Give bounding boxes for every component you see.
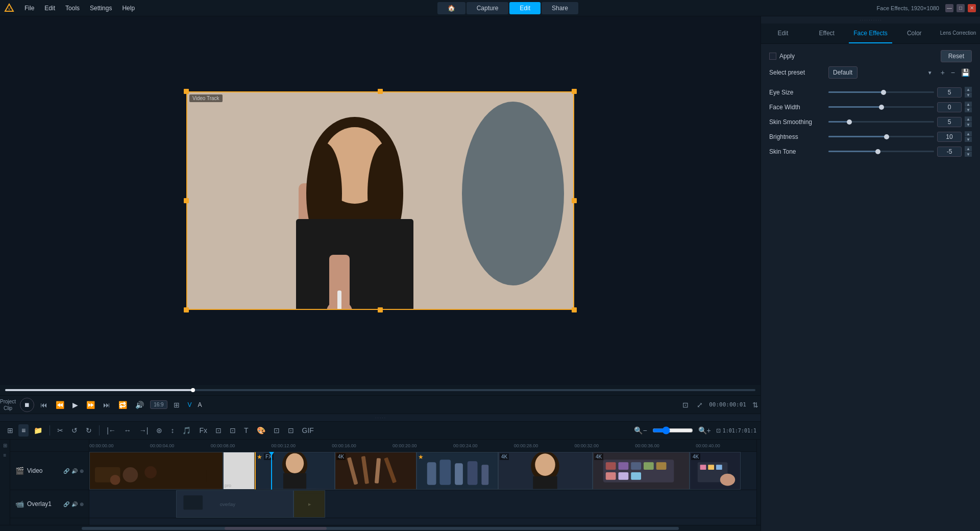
clip-brushes[interactable]: 4K bbox=[335, 452, 416, 490]
preset-remove-btn[interactable]: − bbox=[949, 67, 957, 78]
brightness-down[interactable]: ▼ bbox=[965, 137, 972, 142]
eye-size-track[interactable] bbox=[828, 91, 934, 93]
tool-redo-btn[interactable]: ↻ bbox=[83, 424, 95, 437]
brightness-slider-container[interactable] bbox=[828, 133, 934, 141]
tool-video-btn[interactable]: ⊞ bbox=[4, 424, 16, 437]
handle-bottom-mid[interactable] bbox=[378, 307, 383, 312]
overlay-track-row[interactable]: overlay ▶ bbox=[89, 490, 756, 518]
skin-smoothing-thumb[interactable] bbox=[847, 119, 852, 125]
skin-smoothing-slider-container[interactable] bbox=[828, 118, 934, 126]
clip-face2[interactable]: 4K bbox=[498, 452, 593, 490]
tool-marker-btn[interactable]: ⊛ bbox=[153, 424, 165, 437]
preset-save-btn[interactable]: 💾 bbox=[959, 67, 972, 78]
menu-settings[interactable]: Settings bbox=[86, 3, 116, 14]
zoom-out-btn[interactable]: 🔍− bbox=[631, 424, 650, 437]
minimize-button[interactable]: — bbox=[945, 4, 953, 12]
clip-white[interactable]: pro bbox=[223, 452, 255, 490]
scroll-indicator[interactable] bbox=[756, 440, 761, 525]
timecode-toggle[interactable]: ⇅ bbox=[750, 399, 761, 411]
overlay-link-btn[interactable]: 🔗 bbox=[63, 501, 69, 507]
tab-color[interactable]: Color bbox=[892, 23, 936, 43]
face-width-track[interactable] bbox=[828, 106, 934, 108]
timeline-drag-handle[interactable]: · · · · · bbox=[0, 414, 761, 421]
apply-checkbox[interactable] bbox=[769, 53, 776, 60]
skin-tone-slider-container[interactable] bbox=[828, 148, 934, 156]
menu-file[interactable]: File bbox=[20, 3, 38, 14]
overlay-mute-btn[interactable]: 🔊 bbox=[71, 501, 78, 507]
tab-face-effects[interactable]: Face Effects bbox=[849, 23, 893, 43]
overlay-clip-1[interactable]: overlay bbox=[176, 490, 293, 518]
progress-track[interactable] bbox=[5, 389, 755, 391]
fullscreen-button[interactable]: ⤢ bbox=[695, 399, 705, 411]
eye-size-thumb[interactable] bbox=[881, 90, 886, 95]
resize-button[interactable]: ⊞ bbox=[172, 399, 182, 411]
tool-subtitle-btn[interactable]: T bbox=[241, 424, 252, 437]
skip-start-button[interactable]: ⏮ bbox=[38, 399, 50, 411]
skin-tone-down[interactable]: ▼ bbox=[965, 152, 972, 157]
tab-effect[interactable]: Effect bbox=[805, 23, 849, 43]
nav-capture[interactable]: Capture bbox=[467, 2, 509, 14]
nav-add-track[interactable]: ⊞ bbox=[2, 442, 8, 449]
face-width-slider-container[interactable] bbox=[828, 103, 934, 111]
tool-import-btn[interactable]: 📁 bbox=[31, 424, 45, 437]
tool-skip-start-btn[interactable]: |← bbox=[104, 424, 119, 437]
tool-color-btn[interactable]: 🎨 bbox=[254, 424, 268, 437]
tool-undo-btn[interactable]: ↺ bbox=[68, 424, 81, 437]
screenshot-button[interactable]: ⊡ bbox=[680, 399, 691, 411]
handle-bottom-right[interactable] bbox=[572, 307, 577, 312]
skin-smoothing-down[interactable]: ▼ bbox=[965, 122, 972, 127]
tool-split-btn[interactable]: ↕ bbox=[167, 424, 177, 437]
clip-bottles[interactable]: ★ bbox=[416, 452, 498, 490]
clip-hand[interactable]: 4K bbox=[690, 452, 741, 490]
zoom-fit-btn[interactable]: ⊡ bbox=[716, 427, 721, 434]
skin-tone-value[interactable] bbox=[937, 147, 962, 157]
brightness-thumb[interactable] bbox=[884, 134, 889, 139]
preset-add-btn[interactable]: + bbox=[939, 67, 947, 78]
play-pause-button[interactable]: ▶ bbox=[70, 399, 80, 411]
nav-edit[interactable]: Edit bbox=[509, 2, 541, 14]
tool-motion-btn[interactable]: ⊡ bbox=[227, 424, 239, 437]
handle-left-mid[interactable] bbox=[184, 198, 189, 203]
handle-right-mid[interactable] bbox=[572, 198, 577, 203]
menu-tools[interactable]: Tools bbox=[61, 3, 84, 14]
tool-gif-btn[interactable]: GIF bbox=[299, 424, 317, 437]
zoom-in-btn[interactable]: 🔍+ bbox=[695, 424, 714, 437]
tool-trim-btn[interactable]: ⊡ bbox=[271, 424, 283, 437]
skin-smoothing-up[interactable]: ▲ bbox=[965, 116, 972, 122]
eye-size-down[interactable]: ▼ bbox=[965, 92, 972, 98]
face-width-down[interactable]: ▼ bbox=[965, 107, 972, 112]
eye-size-up[interactable]: ▲ bbox=[965, 87, 972, 92]
eye-size-value[interactable] bbox=[937, 87, 962, 98]
prev-frame-button[interactable]: ⏪ bbox=[54, 399, 66, 411]
preset-select[interactable]: Default bbox=[828, 66, 857, 79]
face-width-thumb[interactable] bbox=[879, 105, 884, 110]
track-mute-btn[interactable]: 🔊 bbox=[71, 468, 78, 474]
brightness-value[interactable] bbox=[937, 132, 962, 142]
handle-top-right[interactable] bbox=[572, 89, 577, 94]
menu-edit[interactable]: Edit bbox=[40, 3, 59, 14]
tool-fit-btn[interactable]: ↔ bbox=[121, 424, 134, 437]
overlay-lock-btn[interactable]: ⊕ bbox=[80, 501, 84, 507]
menu-help[interactable]: Help bbox=[118, 3, 139, 14]
nav-share[interactable]: Share bbox=[542, 2, 578, 14]
overlay-clip-2[interactable]: ▶ bbox=[293, 490, 325, 518]
handle-top-mid[interactable] bbox=[378, 89, 383, 94]
tool-skip-end-btn[interactable]: →| bbox=[136, 424, 152, 437]
track-link-btn[interactable]: 🔗 bbox=[63, 468, 69, 474]
tab-lens-correction[interactable]: Lens Correction bbox=[936, 23, 980, 43]
face-width-up[interactable]: ▲ bbox=[965, 102, 972, 107]
skin-tone-thumb[interactable] bbox=[875, 149, 880, 154]
eye-size-slider-container[interactable] bbox=[828, 88, 934, 96]
play-button[interactable]: ⏹ bbox=[20, 398, 34, 412]
close-button[interactable]: ✕ bbox=[968, 4, 976, 12]
skin-smoothing-value[interactable] bbox=[937, 117, 962, 127]
face-width-value[interactable] bbox=[937, 102, 962, 112]
playhead[interactable] bbox=[271, 452, 272, 490]
panel-drag-handle[interactable]: · · · · · · · · · · bbox=[761, 16, 980, 23]
skin-tone-track[interactable] bbox=[828, 151, 934, 152]
clip-makeup[interactable] bbox=[89, 452, 223, 490]
skin-smoothing-track[interactable] bbox=[828, 121, 934, 123]
hscroll-thumb[interactable] bbox=[225, 527, 327, 530]
tool-fx-btn[interactable]: Fx bbox=[196, 424, 210, 437]
nav-snap[interactable]: ≡ bbox=[3, 451, 8, 459]
